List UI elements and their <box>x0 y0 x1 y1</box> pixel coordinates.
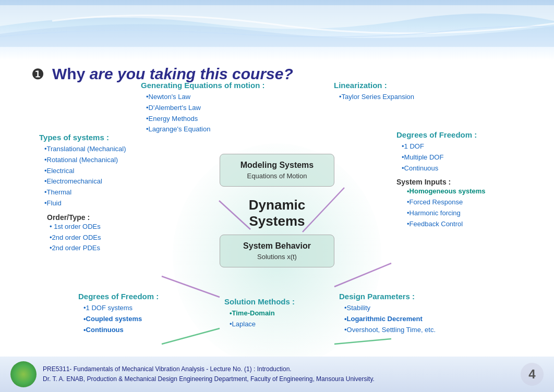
bottom-left-heading: Degrees of Freedom : <box>78 292 214 301</box>
top-center-item-3: •Energy Methods <box>146 114 282 125</box>
left-item-6: •Fluid <box>44 198 201 209</box>
top-right-heading: Linearization : <box>334 81 480 90</box>
br-item-1: •Stability <box>344 303 485 314</box>
svg-line-4 <box>334 263 391 287</box>
sys-input-4: •Feedback Control <box>407 219 537 230</box>
right-item-1: •1 DOF <box>402 141 537 152</box>
top-right-panel: Linearization : •Taylor Series Expansion <box>334 81 480 103</box>
bc-item-1: •Time-Domain <box>230 308 339 319</box>
order-item-3: •2nd order PDEs <box>50 243 201 254</box>
sys-input-2: •Forced Response <box>407 197 537 208</box>
sys-input-3: •Harmonic forcing <box>407 208 537 219</box>
footer-line1: PRE5311- Fundamentals of Mechanical Vibr… <box>43 364 375 374</box>
top-center-item-2: •D'Alembert's Law <box>146 103 282 114</box>
bottom-center-heading: Solution Methods : <box>224 297 339 306</box>
footer-page-number: 4 <box>521 363 544 386</box>
bl-item-2: •Coupled systems <box>83 314 214 325</box>
top-right-item-1: •Taylor Series Expansion <box>339 92 480 103</box>
order-type-section: Order/Type : • 1st order ODEs •2nd order… <box>39 213 201 254</box>
bottom-center-panel: Solution Methods : •Time-Domain •Laplace <box>224 297 339 330</box>
order-type-heading: Order/Type : <box>47 213 201 222</box>
top-center-panel: Generating Equations of motion : •Newton… <box>141 81 282 135</box>
footer-left: PRE5311- Fundamentals of Mechanical Vibr… <box>10 361 375 387</box>
center-mindmap: Modeling Systems Equations of Motion Dyn… <box>220 154 334 273</box>
title-icon: ❶ <box>31 66 44 83</box>
svg-line-5 <box>334 339 391 344</box>
dynamic-systems-label: Dynamic Systems <box>220 192 334 235</box>
equations-of-motion-label: Equations of Motion <box>225 172 329 180</box>
bc-item-2: •Laplace <box>230 319 339 330</box>
left-heading: Types of systems : <box>39 133 201 142</box>
modeling-systems-title: Modeling Systems <box>225 161 329 170</box>
left-item-5: •Thermal <box>44 187 201 198</box>
left-item-1: •Translational (Mechanical) <box>44 144 201 155</box>
left-item-3: •Electrical <box>44 166 201 177</box>
title-section: ❶ Why are you taking this course? <box>31 65 293 83</box>
footer-line2: Dr. T. A. ENAB, Production & Mechanical … <box>43 374 375 384</box>
right-panel: Degrees of Freedom : •1 DOF •Multiple DO… <box>396 130 537 230</box>
top-center-heading: Generating Equations of motion : <box>141 81 282 90</box>
system-inputs-section: System Inputs : •Homogeneous systems •Fo… <box>396 178 537 229</box>
footer: PRE5311- Fundamentals of Mechanical Vibr… <box>0 357 554 392</box>
header-banner <box>0 0 554 60</box>
br-item-3: •Overshoot, Settling Time, etc. <box>344 325 485 336</box>
br-item-2: •Logarithmic Decrement <box>344 314 485 325</box>
bl-item-1: •1 DOF systems <box>83 303 214 314</box>
bottom-right-heading: Design Parameters : <box>339 292 485 301</box>
right-heading: Degrees of Freedom : <box>396 130 537 139</box>
left-item-4: •Electromechanical <box>44 176 201 187</box>
bl-item-3: •Continuous <box>83 325 214 336</box>
system-behavior-title: System Behavior <box>225 241 329 251</box>
solutions-label: Solutions x(t) <box>225 253 329 261</box>
left-panel: Types of systems : •Translational (Mecha… <box>39 133 201 254</box>
modeling-systems-card: Modeling Systems Equations of Motion <box>220 154 334 187</box>
order-item-1: • 1st order ODEs <box>50 222 201 232</box>
footer-text: PRE5311- Fundamentals of Mechanical Vibr… <box>43 364 375 384</box>
right-item-2: •Multiple DOF <box>402 152 537 163</box>
page-title: Why are you taking this course? <box>52 65 293 83</box>
sys-input-1: •Homogeneous systems <box>407 186 537 197</box>
footer-logo <box>10 361 37 387</box>
bottom-left-panel: Degrees of Freedom : •1 DOF systems •Cou… <box>78 292 214 335</box>
top-center-item-1: •Newton's Law <box>146 92 282 103</box>
order-item-2: •2nd order ODEs <box>50 232 201 243</box>
main-content: ❶ Why are you taking this course? Genera… <box>0 60 554 392</box>
bottom-right-panel: Design Parameters : •Stability •Logarith… <box>339 292 485 335</box>
system-behavior-card: System Behavior Solutions x(t) <box>220 235 334 267</box>
left-item-2: •Rotational (Mechanical) <box>44 155 201 166</box>
right-item-3: •Continuous <box>402 163 537 174</box>
system-inputs-heading: System Inputs : <box>396 178 537 186</box>
